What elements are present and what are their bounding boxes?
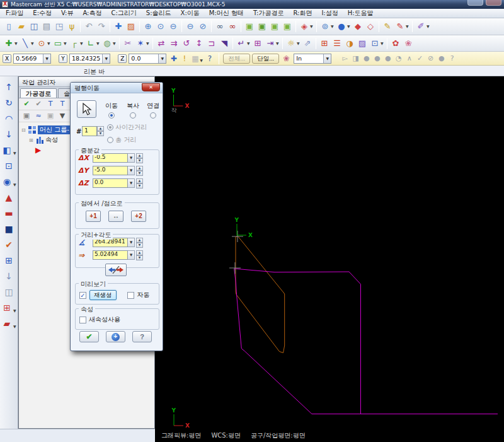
blank-entity-icon[interactable]: ☼ — [285, 37, 297, 50]
view-cube-dropdown-icon[interactable]: ▼ — [310, 24, 314, 33]
image-capture-icon[interactable]: ▦ — [190, 54, 200, 63]
menu-x[interactable]: X:이동 — [181, 9, 200, 18]
level-return-icon[interactable]: ↵ — [235, 37, 248, 50]
solid-display-icon[interactable]: ◆ — [352, 20, 364, 33]
repaint-icon[interactable]: ▨ — [125, 20, 137, 33]
shade-toggle-icon[interactable]: ⇗ — [301, 37, 314, 50]
close-button[interactable] — [486, 0, 501, 6]
zoom-unzoom-icon[interactable]: ⊖ — [167, 20, 180, 33]
wireframe-display-icon[interactable]: ⊚ — [319, 20, 331, 33]
create-fillet-dropdown-icon[interactable]: ▼ — [80, 41, 84, 50]
blank-entity-dropdown-icon[interactable]: ▼ — [297, 41, 301, 50]
minimize-button[interactable] — [467, 0, 483, 6]
mode-option-copy[interactable]: 복사 — [122, 102, 144, 120]
solid-thicken-icon[interactable]: ▬ — [2, 206, 16, 220]
create-polyline-icon[interactable]: ∟ — [84, 37, 97, 50]
angle-dropdown-icon[interactable]: ▼ — [128, 238, 135, 247]
select-all-ops-icon[interactable]: ✔ — [21, 99, 32, 109]
goto-level-icon[interactable]: ⇥ — [264, 37, 277, 50]
tree-dropdown-icon[interactable]: ▼ — [57, 111, 67, 121]
select-circle-1-icon[interactable]: ● — [362, 54, 371, 62]
menu-a[interactable]: A:측정 — [83, 9, 101, 18]
apply-button[interactable]: + — [106, 331, 125, 342]
new-file-icon[interactable]: ▯ — [3, 20, 15, 33]
solid-loft-icon[interactable]: ↓ — [2, 127, 16, 141]
dialog-close-button[interactable]: ✕ — [142, 83, 160, 91]
reverse-direction-button[interactable] — [105, 264, 127, 276]
menu-s[interactable]: S:솔리드 — [146, 9, 171, 18]
x-coord-field[interactable]: 0.5669▼ — [13, 54, 51, 64]
plane-lines-icon[interactable]: ☰ — [331, 37, 343, 50]
solid-sweep-icon[interactable]: ◠ — [2, 112, 16, 125]
unzoom-50-icon[interactable]: ⊖ — [184, 20, 197, 33]
select-partial-icon[interactable]: ◔ — [394, 54, 403, 62]
create-cylinder-icon[interactable]: ◍ — [101, 37, 113, 50]
create-point-icon[interactable]: ✚ — [3, 37, 15, 50]
z-coord-field[interactable]: 0.0▼ — [129, 54, 166, 64]
create-arc-icon[interactable]: ⊙ — [35, 37, 48, 50]
xform-translate-icon[interactable]: ⇄ — [155, 37, 168, 50]
units-combo[interactable]: In▼ — [294, 54, 331, 64]
shaded-display-icon[interactable]: ● — [335, 20, 348, 33]
gview-side-icon[interactable]: ▣ — [268, 20, 281, 33]
analyze-multi-dropdown-icon[interactable]: ▼ — [406, 24, 410, 33]
solid-boolean-dropdown-icon[interactable]: ▼ — [13, 182, 17, 187]
z-dropdown-icon[interactable]: ▼ — [158, 54, 166, 63]
delta-z-dropdown-icon[interactable]: ▼ — [128, 178, 135, 188]
y-coord-field[interactable]: 18.24325▼ — [69, 54, 110, 64]
delta-y-field[interactable]: -5.0▼ — [93, 166, 135, 175]
collapse-icon[interactable]: ⊟ — [21, 127, 28, 133]
hatch-icon[interactable]: ▨ — [356, 37, 369, 50]
xform-offset-icon[interactable]: ⊐ — [205, 37, 218, 50]
title-bar[interactable]: X Mastercam 선반 X5 C:₩USERS₩ADMINISTRATOR… — [0, 0, 504, 9]
dimension-dropdown-icon[interactable]: ▼ — [427, 24, 430, 33]
lock-gray-icon[interactable]: ▣ — [45, 111, 55, 121]
z-coord-button[interactable]: Z — [118, 54, 127, 63]
create-rectangle-icon[interactable]: ▭ — [52, 37, 64, 50]
solid-shell-icon[interactable]: ⊡ — [2, 159, 16, 173]
menu-m[interactable]: M:머신 형태 — [209, 9, 244, 18]
create-polyline-dropdown-icon[interactable]: ▼ — [96, 41, 100, 50]
copy-radio[interactable] — [130, 112, 136, 119]
pan-icon[interactable]: ✚ — [112, 20, 125, 33]
menu-h[interactable]: H:도움말 — [348, 9, 374, 18]
solid-outline-icon[interactable]: ◇ — [364, 20, 377, 33]
x-dropdown-icon[interactable]: ▼ — [43, 54, 50, 63]
reselect-button[interactable] — [77, 100, 96, 118]
image-capture-dropdown-icon[interactable]: ▼ — [200, 58, 203, 62]
ok-button[interactable]: ✔ — [79, 331, 99, 342]
select-single-button[interactable]: 단일... — [252, 54, 279, 64]
help-button[interactable]: ? — [132, 331, 152, 342]
create-rectangle-dropdown-icon[interactable]: ▼ — [64, 41, 67, 50]
solid-check-icon[interactable]: ✔ — [2, 238, 16, 252]
zoom-previous-icon[interactable]: ⊘ — [197, 20, 209, 33]
zoom-window-icon[interactable]: ⊕ — [142, 20, 154, 33]
solid-pattern-dropdown-icon[interactable]: ▼ — [13, 308, 17, 313]
properties-label[interactable]: 속성 — [45, 136, 58, 144]
save-file-icon[interactable]: ◫ — [28, 20, 40, 33]
level-return-dropdown-icon[interactable]: ▼ — [247, 41, 251, 50]
create-fillet-icon[interactable]: ┌ — [68, 37, 81, 50]
join-radio[interactable] — [150, 112, 156, 119]
select-check-icon[interactable]: ✓ — [415, 54, 425, 62]
solid-fillet-icon[interactable]: ◧ — [0, 143, 14, 157]
menu-t[interactable]: T:가공경로 — [253, 9, 284, 18]
wireframe-display-dropdown-icon[interactable]: ▼ — [331, 24, 335, 33]
solid-grid-icon[interactable]: ⊞ — [2, 253, 16, 267]
select-outline-icon[interactable]: ▻ — [340, 54, 350, 62]
menu-f[interactable]: F:파일 — [6, 9, 23, 18]
solid-fold-dropdown-icon[interactable]: ▼ — [13, 324, 17, 329]
delta-y-dropdown-icon[interactable]: ▼ — [128, 166, 135, 175]
solid-fold-icon[interactable]: ▰ — [0, 317, 14, 330]
delta-z-field[interactable]: 0.0▼ — [93, 178, 135, 188]
solid-layout-icon[interactable]: ◫ — [2, 285, 16, 299]
mirror-plane-icon[interactable]: ◑ — [343, 37, 356, 50]
create-line-dropdown-icon[interactable]: ▼ — [31, 41, 35, 50]
toolpath-swirl-icon[interactable]: ✿ — [389, 37, 402, 50]
select-help-icon[interactable]: ? — [447, 54, 457, 62]
solid-pattern-icon[interactable]: ⊞ — [0, 301, 14, 315]
wcs-box-dropdown-icon[interactable]: ▼ — [381, 41, 384, 50]
print-preview-icon[interactable]: ◳ — [53, 20, 66, 33]
xform-mirror-icon[interactable]: ↕ — [193, 37, 205, 50]
toggle-display-icon[interactable]: ≈ — [33, 111, 43, 121]
